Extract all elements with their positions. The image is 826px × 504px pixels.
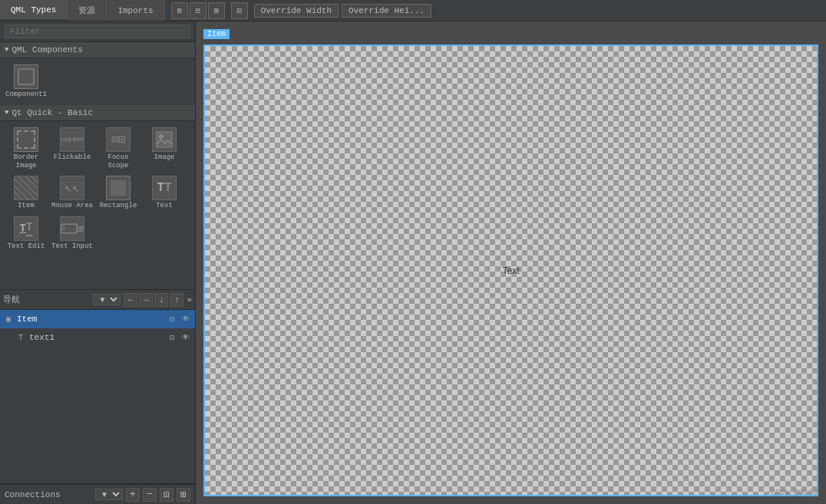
qml-components-grid: Component1 (0, 58, 195, 105)
toolbar-btn-3[interactable]: ⊠ (208, 2, 225, 19)
tree-label-item: Item (17, 315, 163, 324)
connections-add-btn[interactable]: + (126, 488, 140, 502)
toolbar-btn-4[interactable]: ⊡ (231, 2, 248, 19)
focus-scope-label: Focus Scope (97, 153, 140, 170)
component-item-component1[interactable]: Component1 (3, 61, 49, 102)
text-comp-label: Text (156, 202, 173, 210)
nav-arrow-right[interactable]: → (139, 293, 153, 307)
canvas-viewport: Item Text (196, 21, 826, 504)
rectangle-label: Rectangle (100, 202, 137, 210)
text-input-icon (60, 216, 84, 241)
text-edit-label: Text Edit (8, 242, 45, 251)
tree-text1-actions: ⊡ 👁 (166, 331, 192, 344)
filter-input[interactable] (5, 25, 190, 38)
tree-text1-lock[interactable]: ⊡ (166, 331, 178, 344)
section-label-qt: Qt Quick - Basic (12, 108, 93, 117)
comp-border-image[interactable]: Border Image (3, 124, 49, 173)
watermark: CSDN @God语 (771, 487, 820, 498)
comp-focus-scope[interactable]: ⊡ Focus Scope (95, 124, 141, 173)
top-tabs: QML Types 资源 Imports (0, 0, 165, 21)
item-icon (14, 176, 38, 200)
section-label-qml: QML Components (12, 45, 82, 54)
border-image-icon (14, 127, 38, 152)
comp-text[interactable]: T Text (141, 173, 187, 213)
connections-dropdown[interactable]: ▼ (95, 489, 123, 500)
navigation-panel: 导航 ▼ ← → ↓ ↑ » ▣ Item ⊡ 👁 (0, 289, 195, 504)
text-edit-icon: T (14, 216, 38, 241)
connections-bar: Connections ▼ + − ⊡ ⊞ (0, 484, 195, 504)
flickable-icon: ⟺ (60, 127, 84, 152)
item-label: Item (18, 202, 35, 210)
nav-dropdown[interactable]: ▼ (93, 294, 121, 305)
tab-qml-types[interactable]: QML Types (0, 0, 68, 21)
tree-item-actions: ⊡ 👁 (166, 313, 192, 325)
section-qml-components[interactable]: ▼ QML Components (0, 42, 195, 58)
nav-more[interactable]: » (187, 295, 192, 305)
connections-extra-btn[interactable]: ⊡ (160, 488, 173, 502)
canvas-text: Text (502, 265, 519, 276)
tree-text1-eye[interactable]: 👁 (180, 331, 192, 344)
connections-title: Connections (5, 490, 92, 499)
components-list: ▼ QML Components Component1 ▼ Qt Quick -… (0, 42, 195, 289)
text1-tree-icon: T (15, 332, 26, 343)
tab-assets[interactable]: 资源 (68, 0, 107, 21)
nav-arrow-down[interactable]: ↓ (154, 293, 168, 307)
nav-arrow-left[interactable]: ← (124, 293, 137, 307)
section-arrow-qt: ▼ (5, 109, 8, 117)
filter-bar (0, 21, 195, 42)
override-width-btn[interactable]: Override Width (254, 4, 339, 18)
nav-header: 导航 ▼ ← → ↓ ↑ » (0, 290, 195, 310)
main-content: ▼ QML Components Component1 ▼ Qt Quick -… (0, 21, 826, 504)
section-arrow-qml: ▼ (5, 46, 8, 54)
tree-item-text1[interactable]: T text1 ⊡ 👁 (0, 328, 195, 347)
connections-remove-btn[interactable]: − (143, 488, 157, 502)
image-icon (152, 127, 177, 152)
comp-flickable[interactable]: ⟺ Flickable (49, 124, 95, 173)
qt-quick-grid: Border Image ⟺ Flickable ⊡ Focus Scope (0, 121, 195, 257)
comp-text-edit[interactable]: T Text Edit (3, 213, 49, 254)
mouse-area-icon: ↖ (60, 176, 84, 200)
rectangle-icon (106, 176, 131, 200)
override-buttons: Override Width Override Hei... (254, 4, 431, 18)
text-input-label: Text Input (51, 242, 93, 251)
section-qt-quick[interactable]: ▼ Qt Quick - Basic (0, 105, 195, 121)
svg-point-1 (159, 134, 164, 139)
nav-arrows: ← → ↓ ↑ (124, 293, 183, 307)
item-frame[interactable]: Item Text (203, 44, 818, 496)
comp-mouse-area[interactable]: ↖ Mouse Area (49, 173, 95, 213)
tree-item-item[interactable]: ▣ Item ⊡ 👁 (0, 310, 195, 328)
nav-arrow-up[interactable]: ↑ (170, 293, 183, 307)
text-comp-icon: T (152, 176, 177, 200)
tree-item-lock[interactable]: ⊡ (166, 313, 178, 325)
toolbar-icons: ⊞ ⊟ ⊠ ⊡ (171, 2, 248, 19)
nav-title: 导航 (3, 294, 90, 305)
component1-icon (14, 64, 38, 89)
comp-item[interactable]: Item (3, 173, 49, 213)
comp-image[interactable]: Image (141, 124, 187, 173)
flickable-label: Flickable (54, 153, 91, 162)
border-image-label: Border Image (5, 153, 48, 170)
comp-rectangle[interactable]: Rectangle (95, 173, 141, 213)
focus-scope-icon: ⊡ (106, 127, 131, 152)
image-label: Image (154, 153, 174, 162)
tree-item-eye[interactable]: 👁 (180, 313, 192, 325)
item-tree-icon: ▣ (3, 314, 14, 324)
svg-rect-0 (157, 132, 172, 147)
tab-imports[interactable]: Imports (107, 0, 164, 21)
mouse-area-label: Mouse Area (51, 202, 93, 210)
override-height-btn[interactable]: Override Hei... (342, 4, 431, 18)
item-label-tag: Item (203, 29, 230, 39)
toolbar-btn-2[interactable]: ⊟ (190, 2, 206, 19)
left-panel: ▼ QML Components Component1 ▼ Qt Quick -… (0, 21, 196, 504)
canvas-area: Item Text CSDN @God语 (196, 21, 826, 504)
tree-label-text1: text1 (29, 333, 163, 342)
comp-text-input[interactable]: Text Input (49, 213, 95, 254)
toolbar-btn-1[interactable]: ⊞ (171, 2, 188, 19)
top-bar: QML Types 资源 Imports ⊞ ⊟ ⊠ ⊡ Override Wi… (0, 0, 826, 21)
component1-label: Component1 (5, 91, 47, 99)
connections-settings-btn[interactable]: ⊞ (177, 488, 190, 502)
